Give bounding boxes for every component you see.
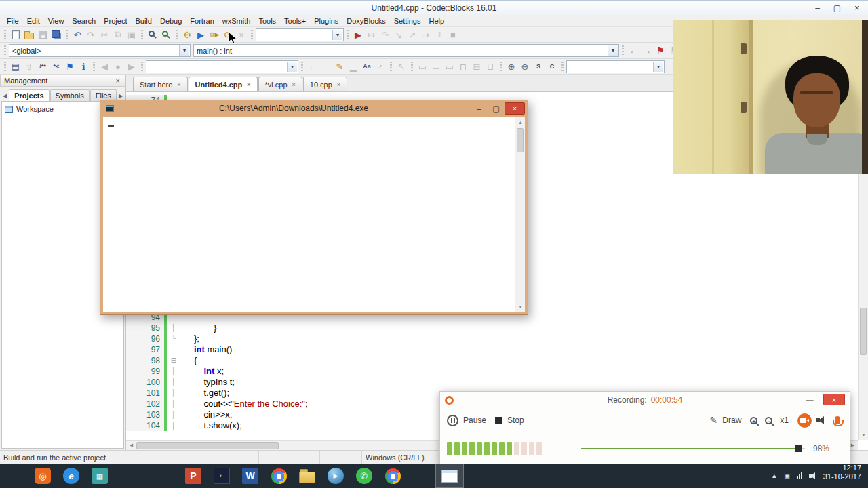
tray-app-icon[interactable]: ▣ bbox=[784, 472, 790, 479]
scrollbar-thumb[interactable] bbox=[136, 442, 279, 449]
taskbar-clock[interactable]: 12:17 31-10-2017 bbox=[823, 464, 868, 488]
tab-scroll-left-icon[interactable]: ◀ bbox=[1, 93, 8, 101]
search-next-button[interactable]: → bbox=[319, 60, 333, 73]
webcam-toggle-icon[interactable] bbox=[797, 413, 812, 428]
chevron-down-icon[interactable]: ▾ bbox=[332, 30, 342, 40]
editor-tab-untitled4cpp[interactable]: Untitled4.cpp× bbox=[189, 77, 258, 92]
restore-button[interactable]: ▢ bbox=[827, 1, 847, 15]
chevron-down-icon[interactable]: ▾ bbox=[608, 45, 618, 56]
menu-settings[interactable]: Settings bbox=[390, 16, 425, 26]
goto-prev-function-button[interactable]: ← bbox=[627, 44, 640, 58]
doxy-info-button[interactable]: ℹ bbox=[77, 60, 90, 73]
tray-network-icon[interactable] bbox=[797, 472, 802, 479]
zoom-in-button[interactable]: ⊕ bbox=[505, 60, 518, 73]
recorder-minimize-button[interactable]: — bbox=[801, 393, 818, 405]
editor-tab-10cpp[interactable]: 10.cpp× bbox=[303, 77, 347, 92]
taskbar-cmd[interactable]: ›_ bbox=[208, 464, 236, 488]
console-close-button[interactable]: × bbox=[505, 102, 525, 115]
recorder-close-button[interactable]: × bbox=[823, 394, 845, 405]
goto-next-function-button[interactable]: → bbox=[640, 44, 654, 58]
menu-view[interactable]: View bbox=[44, 16, 68, 26]
scrollbar-thumb[interactable] bbox=[517, 128, 524, 152]
goto-declaration-button[interactable]: ⚑ bbox=[654, 44, 667, 58]
close-tab-icon[interactable]: × bbox=[337, 81, 340, 88]
pause-icon[interactable] bbox=[447, 415, 458, 426]
menu-fortran[interactable]: Fortran bbox=[186, 16, 218, 26]
menu-debug[interactable]: Debug bbox=[156, 16, 186, 26]
search-prev-button[interactable]: ← bbox=[306, 60, 319, 73]
zoom-in-icon[interactable]: + bbox=[750, 417, 757, 424]
menu-search[interactable]: Search bbox=[68, 16, 100, 26]
zoom-out-button[interactable]: ⊖ bbox=[518, 60, 532, 73]
redo-button[interactable]: ↷ bbox=[84, 28, 98, 41]
spell-correct-button[interactable]: C bbox=[545, 60, 559, 73]
speaker-icon[interactable] bbox=[816, 415, 827, 425]
match-case-button[interactable]: Aa bbox=[360, 60, 374, 73]
scroll-down-icon[interactable]: ▼ bbox=[859, 430, 868, 440]
slider-knob[interactable] bbox=[795, 445, 802, 452]
replace-button[interactable] bbox=[159, 28, 173, 41]
function-combo[interactable]: main() : int ▾ bbox=[193, 44, 619, 57]
undo-button[interactable]: ↶ bbox=[71, 28, 84, 41]
taskbar-powerpoint[interactable]: P bbox=[179, 464, 208, 488]
run-button[interactable]: ▶ bbox=[194, 28, 208, 41]
prev-bookmark-button[interactable]: ◀ bbox=[98, 60, 111, 73]
close-tab-icon[interactable]: × bbox=[177, 81, 180, 88]
save-all-button[interactable] bbox=[50, 28, 63, 41]
doxy-line-comment-button[interactable]: *< bbox=[50, 60, 63, 73]
tab-symbols[interactable]: Symbols bbox=[50, 89, 90, 101]
next-instruction-button[interactable]: ⇢ bbox=[419, 28, 433, 41]
spell-check-button[interactable]: S bbox=[532, 60, 545, 73]
microphone-icon[interactable] bbox=[835, 416, 840, 424]
minimize-button[interactable]: – bbox=[808, 1, 827, 15]
menu-edit[interactable]: Edit bbox=[23, 16, 44, 26]
cut-button[interactable]: ✂ bbox=[98, 28, 111, 41]
next-bookmark-button[interactable]: ▶ bbox=[125, 60, 138, 73]
clear-highlight-button[interactable]: ▁ bbox=[347, 60, 360, 73]
select-tool-button[interactable]: ↖ bbox=[395, 60, 408, 73]
close-icon[interactable]: × bbox=[115, 77, 121, 85]
taskbar-media-player[interactable]: ▶ bbox=[321, 464, 350, 488]
run-to-cursor-button[interactable]: ↦ bbox=[365, 28, 378, 41]
draw-icon[interactable]: ✎ bbox=[710, 415, 718, 426]
jump-back-button[interactable]: ⇧ bbox=[22, 60, 36, 73]
menu-tools-plus[interactable]: Tools+ bbox=[280, 16, 310, 26]
tray-expand-icon[interactable]: ▲ bbox=[771, 472, 777, 479]
step-into-button[interactable]: ↘ bbox=[392, 28, 406, 41]
wx-align-left-button[interactable]: ▭ bbox=[416, 60, 429, 73]
console-minimize-button[interactable]: – bbox=[471, 102, 488, 115]
menu-help[interactable]: Help bbox=[425, 16, 448, 26]
paste-button[interactable]: ▣ bbox=[125, 28, 138, 41]
close-tab-icon[interactable]: × bbox=[247, 81, 250, 88]
menu-build[interactable]: Build bbox=[131, 16, 155, 26]
build-target-combo[interactable]: ▾ bbox=[256, 28, 344, 41]
start-button[interactable] bbox=[0, 464, 28, 488]
menu-tools[interactable]: Tools bbox=[254, 16, 280, 26]
console-window[interactable]: C:\Users\Admin\Downloads\Untitled4.exe –… bbox=[100, 100, 528, 315]
break-debugger-button[interactable]: ‖ bbox=[433, 28, 446, 41]
wx-align-middle-button[interactable]: ⊟ bbox=[470, 60, 484, 73]
scroll-down-icon[interactable]: ▼ bbox=[515, 302, 526, 312]
save-button[interactable] bbox=[36, 28, 50, 41]
taskbar-explorer[interactable] bbox=[293, 464, 321, 488]
chevron-down-icon[interactable]: ▾ bbox=[179, 45, 189, 56]
taskbar-whatsapp[interactable]: ✆ bbox=[350, 464, 378, 488]
tray-volume-icon[interactable] bbox=[809, 472, 818, 480]
menu-plugins[interactable]: Plugins bbox=[310, 16, 342, 26]
zoom-out-icon[interactable]: − bbox=[765, 417, 772, 424]
scrollbar-thumb[interactable] bbox=[860, 308, 867, 355]
editor-tab-starthere[interactable]: Start here× bbox=[133, 77, 188, 92]
console-scrollbar[interactable]: ▲ ▼ bbox=[515, 117, 525, 312]
doxy-block-comment-button[interactable]: /** bbox=[36, 60, 50, 73]
incremental-search-combo[interactable]: ▾ bbox=[146, 60, 298, 73]
recorder-header[interactable]: Recording:00:00:54 — × bbox=[440, 392, 850, 408]
toggle-bookmark-button[interactable]: ● bbox=[111, 60, 125, 73]
taskbar-browser[interactable]: e bbox=[57, 464, 85, 488]
spell-language-combo[interactable]: ▾ bbox=[566, 60, 665, 73]
pause-button[interactable]: Pause bbox=[463, 415, 486, 425]
find-button[interactable] bbox=[146, 28, 159, 41]
close-tab-icon[interactable]: × bbox=[292, 81, 296, 88]
doxy-bookmark-button[interactable]: ⚑ bbox=[63, 60, 77, 73]
menu-project[interactable]: Project bbox=[100, 16, 131, 26]
taskbar-codeblocks[interactable] bbox=[407, 464, 435, 488]
